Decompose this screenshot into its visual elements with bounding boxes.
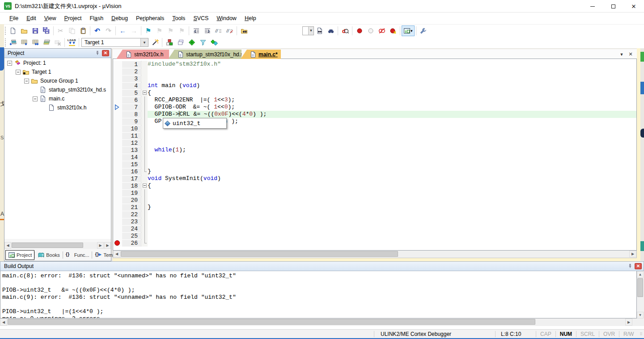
menu-help[interactable]: Help [241, 13, 260, 23]
fold-column[interactable] [141, 232, 148, 239]
build-hscroll-thumb[interactable] [8, 319, 535, 325]
configure-button[interactable] [418, 25, 429, 36]
fold-column[interactable] [141, 175, 148, 182]
undo-button[interactable]: ↶ [92, 25, 103, 36]
code-line-5[interactable]: 5{ [113, 89, 636, 96]
editor-margin[interactable] [113, 211, 122, 218]
kill-all-breakpoints-button[interactable] [387, 25, 398, 36]
editor-margin[interactable] [113, 225, 122, 232]
find-in-files-folder-button[interactable] [238, 25, 250, 36]
scroll-right-icon[interactable]: ▶ [625, 318, 632, 326]
code-line-12[interactable]: 12 [113, 139, 636, 146]
autocomplete-popup[interactable]: uint32_t [163, 118, 227, 129]
download-button[interactable]: LOAD▼▼ [66, 37, 77, 48]
batch-build-button[interactable] [41, 37, 52, 48]
menu-window[interactable]: Window [212, 13, 240, 23]
tree-expander-icon[interactable] [16, 70, 21, 75]
fold-column[interactable] [141, 204, 148, 211]
fold-column[interactable] [141, 154, 148, 161]
menu-tools[interactable]: Tools [168, 13, 189, 23]
fold-column[interactable] [141, 225, 148, 232]
code-line-14[interactable]: 14 [113, 154, 636, 161]
editor-hscroll-thumb[interactable] [121, 251, 398, 257]
debugger-status[interactable]: ULINK2/ME Cortex Debugger [374, 331, 495, 337]
fold-column[interactable] [141, 161, 148, 168]
save-button[interactable] [30, 25, 41, 36]
manage-project-items-button[interactable] [175, 37, 186, 48]
menu-peripherals[interactable]: Peripherals [132, 13, 168, 23]
pin-icon[interactable] [627, 263, 634, 270]
code-line-24[interactable]: 24 [113, 225, 636, 232]
indent-button[interactable] [202, 25, 213, 36]
scroll-left-icon[interactable]: ◀ [4, 242, 11, 249]
editor-margin[interactable] [113, 161, 122, 168]
close-panel-icon[interactable]: ✕ [102, 50, 109, 56]
fold-column[interactable] [141, 168, 148, 175]
code-line-7[interactable]: 7 GPIOB-ODR &= ~( 1<<0); [113, 104, 636, 111]
code-line-6[interactable]: 6 RCC_APB2ENR |=( 1<<3); [113, 96, 636, 104]
tree-item-project-1[interactable]: Project: 1 [4, 59, 111, 67]
code-line-20[interactable]: 20 [113, 197, 636, 204]
panel-tab-project[interactable]: Project [5, 250, 34, 260]
code-line-22[interactable]: 22 [113, 211, 636, 218]
new-file-button[interactable] [7, 25, 18, 36]
software-packs-button[interactable] [208, 37, 220, 48]
editor-margin[interactable] [113, 111, 122, 118]
toggle-bookmark-button[interactable]: ⚑ [143, 25, 154, 36]
editor-margin[interactable] [113, 68, 122, 75]
unindent-button[interactable] [191, 25, 202, 36]
fold-column[interactable] [141, 125, 148, 132]
build-vscrollbar[interactable]: ▲ ▼ [637, 271, 644, 318]
disable-all-breakpoints-button[interactable] [376, 25, 387, 36]
run-time-environment-button[interactable] [186, 37, 197, 48]
redo-button[interactable]: ↷ [103, 25, 114, 36]
scroll-right2-icon[interactable]: ▶ [104, 242, 111, 249]
manage-components-button[interactable] [164, 37, 175, 48]
code-line-21[interactable]: 21} [113, 204, 636, 211]
code-line-3[interactable]: 3 [113, 75, 636, 82]
translate-button[interactable] [7, 37, 18, 48]
code-line-16[interactable]: 16} [113, 168, 636, 175]
tree-item-startup-stm32f10x-hd-s[interactable]: startup_stm32f10x_hd.s [4, 85, 111, 94]
build-output-log[interactable]: main.c(8): error: #136: struct "<unnamed… [0, 271, 637, 318]
editor-margin[interactable] [113, 96, 122, 104]
scroll-down-icon[interactable]: ▼ [637, 312, 644, 318]
code-line-15[interactable]: 15 [113, 161, 636, 168]
editor-margin[interactable] [113, 146, 122, 154]
editor-margin[interactable] [113, 232, 122, 239]
menu-edit[interactable]: Edit [22, 13, 40, 23]
document-tab-main-c-[interactable]: main.c* [241, 50, 281, 59]
build-button[interactable] [18, 37, 30, 48]
editor-margin[interactable] [113, 189, 122, 197]
fold-column[interactable] [141, 104, 148, 111]
code-line-23[interactable]: 23 [113, 218, 636, 225]
copy-button[interactable] [66, 25, 77, 36]
open-file-button[interactable] [18, 25, 30, 36]
project-hscrollbar[interactable]: ◀ ▶ ▶ [4, 242, 111, 249]
editor-margin[interactable] [113, 82, 122, 89]
tree-item-target-1[interactable]: ✱Target 1 [4, 67, 111, 76]
options-for-target-button[interactable] [149, 37, 161, 48]
close-button[interactable]: ✕ [623, 0, 644, 13]
editor-margin[interactable] [113, 104, 122, 111]
chevron-down-icon[interactable]: ▼ [308, 27, 314, 35]
save-all-button[interactable] [41, 25, 52, 36]
enable-disable-breakpoint-button[interactable] [365, 25, 376, 36]
menu-debug[interactable]: Debug [107, 13, 132, 23]
code-line-11[interactable]: 11 [113, 132, 636, 139]
editor-margin[interactable] [113, 89, 122, 96]
find-button[interactable] [325, 25, 336, 36]
code-line-2[interactable]: 2 [113, 68, 636, 75]
code-line-19[interactable]: 19 [113, 189, 636, 197]
editor-hscrollbar[interactable]: ◀ ▶ [113, 251, 637, 258]
code-line-8[interactable]: 8 GPIOB->CRL &= ~((0x0F)<<(4*0) ); [113, 111, 636, 118]
scroll-left-icon[interactable]: ◀ [0, 318, 7, 326]
tree-expander-icon[interactable] [33, 96, 38, 101]
pack-installer-button[interactable] [197, 37, 208, 48]
editor-margin[interactable] [113, 154, 122, 161]
code-line-25[interactable]: 25 [113, 232, 636, 239]
paste-button[interactable] [77, 25, 89, 36]
code-line-26[interactable]: 26 [113, 239, 636, 247]
clear-bookmarks-button[interactable]: ⚑ [176, 25, 187, 36]
comment-selection-button[interactable]: // [213, 25, 224, 36]
